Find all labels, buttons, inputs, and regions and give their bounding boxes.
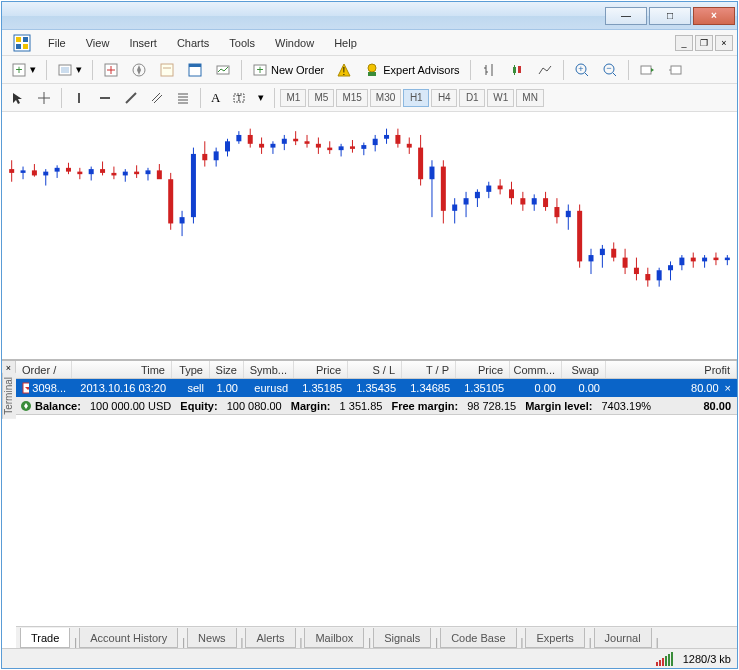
- summary-icon: [20, 400, 32, 412]
- text-tool-icon[interactable]: A: [206, 87, 225, 109]
- col-order[interactable]: Order /: [16, 361, 72, 378]
- svg-rect-3: [16, 44, 21, 49]
- col-tp[interactable]: T / P: [402, 361, 456, 378]
- svg-rect-62: [43, 172, 48, 176]
- svg-rect-180: [713, 258, 718, 261]
- col-price2[interactable]: Price: [456, 361, 510, 378]
- navigator-icon[interactable]: [126, 59, 152, 81]
- terminal-icon[interactable]: [182, 59, 208, 81]
- menu-file[interactable]: File: [38, 33, 76, 53]
- chart-shift-icon[interactable]: [662, 59, 688, 81]
- timeframe-m1[interactable]: M1: [280, 89, 306, 107]
- timeframe-m15[interactable]: M15: [336, 89, 367, 107]
- horizontal-line-icon[interactable]: [93, 87, 117, 109]
- col-sl[interactable]: S / L: [348, 361, 402, 378]
- strategy-tester-icon[interactable]: [210, 59, 236, 81]
- col-symbol[interactable]: Symb...: [244, 361, 294, 378]
- col-type[interactable]: Type: [172, 361, 210, 378]
- terminal-close-button[interactable]: ×: [2, 361, 16, 373]
- col-profit[interactable]: Profit: [606, 361, 737, 378]
- timeframe-d1[interactable]: D1: [459, 89, 485, 107]
- timeframe-mn[interactable]: MN: [516, 89, 544, 107]
- new-chart-button[interactable]: +▾: [6, 59, 41, 81]
- col-price[interactable]: Price: [294, 361, 348, 378]
- order-row[interactable]: 3098... 2013.10.16 03:20 sell 1.00 eurus…: [16, 379, 737, 397]
- alert-icon[interactable]: !: [331, 59, 357, 81]
- svg-rect-76: [123, 172, 128, 176]
- terminal-tab-signals[interactable]: Signals: [373, 628, 431, 648]
- svg-rect-68: [77, 172, 82, 175]
- terminal-tabs: Trade|Account History|News|Alerts|Mailbo…: [16, 626, 737, 648]
- svg-rect-166: [634, 268, 639, 274]
- data-window-icon[interactable]: [154, 59, 180, 81]
- terminal-tab-account-history[interactable]: Account History: [79, 628, 178, 648]
- svg-rect-104: [282, 139, 287, 144]
- col-swap[interactable]: Swap: [562, 361, 606, 378]
- terminal-tab-trade[interactable]: Trade: [20, 628, 70, 648]
- trendline-icon[interactable]: [119, 87, 143, 109]
- fibonacci-icon[interactable]: [171, 87, 195, 109]
- svg-rect-120: [373, 139, 378, 145]
- window-maximize-button[interactable]: □: [649, 7, 691, 25]
- channel-icon[interactable]: [145, 87, 169, 109]
- menu-charts[interactable]: Charts: [167, 33, 219, 53]
- svg-rect-8: [61, 67, 69, 73]
- mdi-minimize-button[interactable]: _: [675, 35, 693, 51]
- menu-help[interactable]: Help: [324, 33, 367, 53]
- expert-advisors-button[interactable]: Expert Advisors: [359, 59, 464, 81]
- market-watch-icon[interactable]: [98, 59, 124, 81]
- svg-rect-138: [475, 192, 480, 198]
- terminal-tab-experts[interactable]: Experts: [525, 628, 584, 648]
- zoom-out-icon[interactable]: −: [597, 59, 623, 81]
- timeframe-h4[interactable]: H4: [431, 89, 457, 107]
- svg-rect-96: [236, 135, 241, 141]
- candlestick-chart: [2, 112, 737, 297]
- svg-rect-13: [161, 64, 173, 76]
- zoom-in-icon[interactable]: +: [569, 59, 595, 81]
- timeframe-m5[interactable]: M5: [308, 89, 334, 107]
- svg-rect-84: [168, 179, 173, 223]
- candle-chart-icon[interactable]: [504, 59, 530, 81]
- svg-line-35: [613, 73, 616, 76]
- window-close-button[interactable]: ×: [693, 7, 735, 25]
- svg-rect-168: [645, 274, 650, 280]
- timeframe-h1[interactable]: H1: [403, 89, 429, 107]
- crosshair-icon[interactable]: [32, 87, 56, 109]
- svg-rect-39: [671, 66, 681, 74]
- chart-area[interactable]: [2, 112, 737, 361]
- mdi-close-button[interactable]: ×: [715, 35, 733, 51]
- terminal-tab-news[interactable]: News: [187, 628, 237, 648]
- menu-view[interactable]: View: [76, 33, 120, 53]
- menu-window[interactable]: Window: [265, 33, 324, 53]
- timeframe-w1[interactable]: W1: [487, 89, 514, 107]
- svg-rect-136: [464, 198, 469, 204]
- terminal-tab-mailbox[interactable]: Mailbox: [304, 628, 364, 648]
- svg-text:+: +: [578, 64, 583, 74]
- window-minimize-button[interactable]: —: [605, 7, 647, 25]
- line-chart-icon[interactable]: [532, 59, 558, 81]
- text-label-icon[interactable]: T: [227, 87, 251, 109]
- close-order-icon[interactable]: ×: [725, 382, 731, 394]
- new-order-button[interactable]: + New Order: [247, 59, 329, 81]
- mdi-restore-button[interactable]: ❐: [695, 35, 713, 51]
- arrows-icon[interactable]: ▾: [253, 87, 269, 109]
- svg-rect-126: [407, 144, 412, 148]
- vertical-line-icon[interactable]: [67, 87, 91, 109]
- col-time[interactable]: Time: [72, 361, 172, 378]
- terminal-tab-alerts[interactable]: Alerts: [245, 628, 295, 648]
- order-type-icon: [22, 382, 29, 394]
- terminal-tab-code-base[interactable]: Code Base: [440, 628, 516, 648]
- menu-insert[interactable]: Insert: [119, 33, 167, 53]
- profiles-button[interactable]: ▾: [52, 59, 87, 81]
- timeframe-m30[interactable]: M30: [370, 89, 401, 107]
- auto-scroll-icon[interactable]: [634, 59, 660, 81]
- svg-rect-128: [418, 148, 423, 180]
- col-size[interactable]: Size: [210, 361, 244, 378]
- svg-text:+: +: [256, 63, 263, 77]
- bar-chart-icon[interactable]: [476, 59, 502, 81]
- menu-tools[interactable]: Tools: [219, 33, 265, 53]
- terminal-tab-journal[interactable]: Journal: [594, 628, 652, 648]
- col-comm[interactable]: Comm...: [510, 361, 562, 378]
- svg-rect-90: [202, 154, 207, 160]
- cursor-icon[interactable]: [6, 87, 30, 109]
